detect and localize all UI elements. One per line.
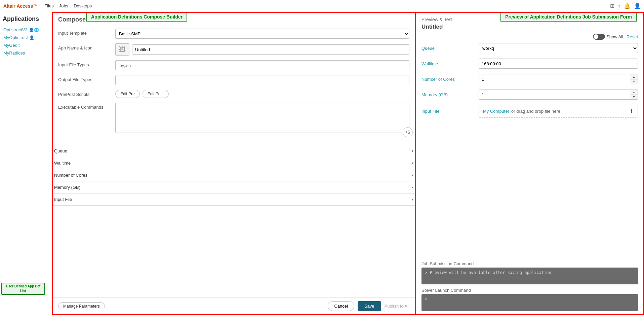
job-submission-text: > Preview will be available after saving…: [425, 270, 551, 275]
cores-spinner: ▲ ▼: [479, 74, 638, 84]
edit-post-button[interactable]: Edit Post: [143, 90, 169, 98]
preview-actions: Show All Reset: [421, 34, 638, 40]
job-submission-box: > Preview will be available after saving…: [421, 268, 638, 284]
manage-parameters-button[interactable]: Manage Parameters: [58, 302, 105, 310]
compose-header-label: Application Definitions Compose Builder: [86, 12, 187, 22]
input-template-row: Input Template Basic-SMP: [58, 29, 409, 39]
plus-dollar-button[interactable]: +$: [403, 127, 413, 137]
app-name-label: App Name & Icon: [58, 43, 112, 50]
show-all-toggle[interactable]: Show All: [593, 34, 623, 40]
preview-walltime-input[interactable]: [479, 59, 638, 69]
input-file-types-input[interactable]: [115, 60, 409, 70]
preview-queue-label: Queue: [421, 46, 475, 51]
sidebar-item-myoptistruct[interactable]: MyOptistruct 👤: [3, 34, 49, 41]
section-input-file[interactable]: Input File ▾: [53, 194, 415, 206]
section-queue[interactable]: Queue ▾: [53, 145, 415, 157]
memory-spinner: ▲ ▼: [479, 90, 638, 100]
section-list: Queue ▾ Walltime ▾ Number of Cores ▾ Mem…: [53, 145, 415, 206]
compose-area: Application Definitions Compose Builder …: [52, 12, 415, 315]
executable-label: Executable Commands: [58, 103, 112, 110]
sidebar-item-label: MyGedit: [3, 43, 19, 48]
top-nav: Files Jobs Desktops: [44, 3, 92, 8]
topbar-right: ⊞ ↑ 🔔 👤: [610, 3, 641, 9]
section-input-file-label: Input File: [54, 197, 72, 202]
sidebar-item-label: MyRadioss: [3, 50, 25, 56]
drag-drop-text: or drag and drop file here.: [511, 109, 562, 114]
solver-launch-section: Solver Launch Command >: [416, 284, 643, 314]
section-number-of-cores[interactable]: Number of Cores ▾: [53, 169, 415, 181]
sidebar: Applications OptistructV2 👤🌐 MyOptistruc…: [0, 12, 52, 315]
edit-pre-button[interactable]: Edit Pre: [115, 90, 140, 98]
chevron-down-icon: ▾: [412, 149, 413, 153]
preview-queue-select[interactable]: workq: [479, 43, 638, 53]
preview-queue-row: Queue workq: [421, 43, 638, 53]
pre-post-row: Pre/Post Scripts Edit Pre Edit Post: [58, 90, 409, 98]
sidebar-item-mygedit[interactable]: MyGedit: [3, 41, 49, 49]
bell-icon[interactable]: 🔔: [624, 3, 631, 9]
input-file-types-control: [115, 60, 409, 70]
input-template-label: Input Template: [58, 29, 112, 36]
app-icon-box[interactable]: 🖼: [115, 43, 129, 56]
input-template-select[interactable]: Basic-SMP: [115, 29, 409, 39]
app-name-row-inner: 🖼: [115, 43, 409, 56]
section-cores-label: Number of Cores: [54, 173, 87, 178]
pre-post-control: Edit Pre Edit Post: [115, 90, 409, 98]
preview-memory-label: Memory (GB): [421, 92, 475, 97]
sidebar-item-myradioss[interactable]: MyRadioss: [3, 49, 49, 57]
main-layout: Applications OptistructV2 👤🌐 MyOptistruc…: [0, 12, 644, 315]
preview-cores-control: ▲ ▼: [479, 74, 638, 84]
sidebar-item-label: MyOptistruct: [3, 35, 28, 40]
solver-launch-label: Solver Launch Command: [421, 288, 638, 293]
preview-walltime-label: Walltime: [421, 61, 475, 66]
grid-icon[interactable]: ⊞: [610, 3, 614, 9]
sidebar-item-icons: 👤: [29, 35, 34, 40]
preview-area: Preview of Application Definitions Job S…: [415, 12, 644, 315]
compose-body: Input Template Basic-SMP App Name & Icon…: [53, 25, 415, 142]
pre-post-buttons: Edit Pre Edit Post: [115, 90, 409, 98]
memory-increment-button[interactable]: ▲: [630, 90, 638, 95]
input-file-types-row: Input File Types: [58, 60, 409, 70]
preview-input-file-label: Input File: [421, 109, 475, 114]
section-memory[interactable]: Memory (GB) ▾: [53, 181, 415, 194]
preview-memory-control: ▲ ▼: [479, 90, 638, 100]
upload-icon[interactable]: ↑: [618, 3, 620, 9]
job-submission-section: Job Submission Command > Preview will be…: [416, 258, 643, 284]
preview-walltime-row: Walltime: [421, 59, 638, 69]
input-template-control: Basic-SMP: [115, 29, 409, 39]
toggle-track[interactable]: [593, 34, 605, 40]
job-submission-label: Job Submission Command: [421, 261, 638, 266]
memory-decrement-button[interactable]: ▼: [630, 95, 638, 100]
reset-link[interactable]: Reset: [627, 34, 638, 39]
output-file-types-control: [115, 75, 409, 85]
executable-textarea[interactable]: [115, 103, 409, 133]
cores-decrement-button[interactable]: ▼: [630, 79, 638, 84]
cores-input[interactable]: [479, 74, 630, 84]
cancel-button[interactable]: Cancel: [328, 301, 354, 311]
preview-section: Preview & Test Untitled Show All Reset Q…: [416, 13, 643, 127]
upload-file-icon[interactable]: ⬆: [629, 108, 634, 114]
nav-files[interactable]: Files: [44, 3, 53, 8]
cores-increment-button[interactable]: ▲: [630, 74, 638, 79]
section-walltime[interactable]: Walltime ▾: [53, 157, 415, 169]
brand-logo: Altair Access™: [3, 3, 38, 9]
executable-control: +$: [115, 103, 409, 134]
chevron-down-icon: ▾: [412, 173, 413, 177]
preview-cores-row: Number of Cores ▲ ▼: [421, 74, 638, 84]
sidebar-item-optistructv2[interactable]: OptistructV2 👤🌐: [3, 26, 49, 34]
user-avatar[interactable]: 👤: [634, 3, 641, 9]
save-button[interactable]: Save: [358, 301, 381, 311]
preview-input-file-control: My Computer or drag and drop file here. …: [479, 105, 638, 117]
memory-input[interactable]: [479, 90, 630, 100]
chevron-down-icon: ▾: [412, 185, 413, 189]
topbar: Altair Access™ Files Jobs Desktops ⊞ ↑ 🔔…: [0, 0, 644, 12]
nav-jobs[interactable]: Jobs: [59, 3, 68, 8]
my-computer-link[interactable]: My Computer: [483, 109, 509, 114]
app-name-input[interactable]: [132, 44, 409, 55]
preview-header-label: Preview of Application Definitions Job S…: [500, 12, 637, 22]
output-file-types-input[interactable]: [115, 75, 409, 85]
compose-actions: Manage Parameters Cancel Save Publish to…: [53, 298, 415, 314]
file-drop-zone[interactable]: My Computer or drag and drop file here. …: [479, 105, 638, 117]
preview-input-file-row: Input File My Computer or drag and drop …: [421, 105, 638, 117]
preview-queue-control: workq: [479, 43, 638, 53]
nav-desktops[interactable]: Desktops: [74, 3, 92, 8]
